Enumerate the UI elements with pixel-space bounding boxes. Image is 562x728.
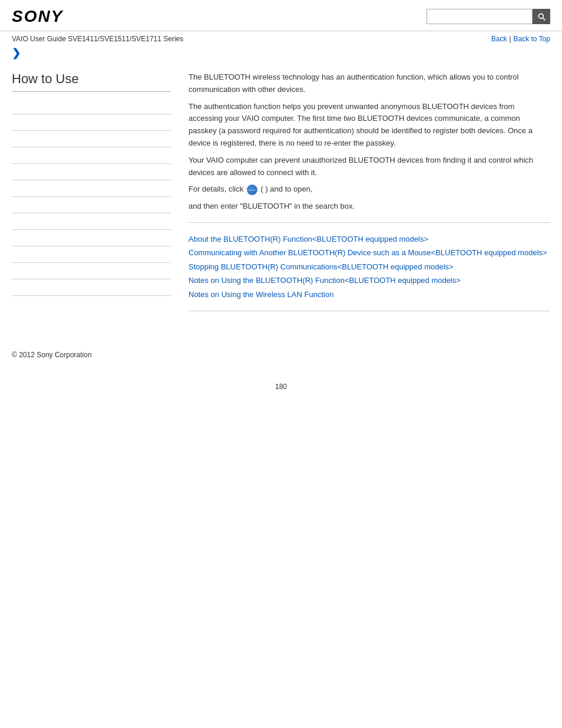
sidebar-item[interactable] [12, 279, 171, 296]
sidebar-item[interactable] [12, 114, 171, 131]
search-input[interactable] [427, 9, 533, 24]
sidebar-item[interactable] [12, 98, 171, 114]
nav-separator: | [509, 35, 511, 43]
sidebar-item[interactable] [12, 246, 171, 263]
back-link[interactable]: Back [491, 35, 507, 43]
paragraph-4-paren-close: ) and [263, 185, 285, 193]
sidebar-item[interactable] [12, 213, 171, 230]
sidebar-item[interactable] [12, 197, 171, 213]
copyright: © 2012 Sony Corporation [12, 351, 92, 359]
sidebar-item[interactable] [12, 164, 171, 180]
link-communicating-bluetooth[interactable]: Communicating with Another BLUETOOTH(R) … [189, 246, 550, 259]
back-to-top-link[interactable]: Back to Top [514, 35, 550, 43]
sidebar: How to Use [12, 71, 183, 321]
sidebar-item[interactable] [12, 131, 171, 147]
nav-right: Back | Back to Top [491, 35, 550, 43]
nav-bar: VAIO User Guide SVE1411/SVE1511/SVE1711 … [0, 31, 562, 47]
breadcrumb-area: ❯ [0, 47, 562, 65]
search-area [427, 9, 550, 24]
sidebar-item[interactable] [12, 147, 171, 164]
paragraph-4-end: , [310, 185, 313, 193]
sidebar-title: How to Use [12, 71, 171, 92]
paragraph-4: For details, click ( ) and to open, [189, 183, 550, 196]
content-divider-bottom [189, 311, 550, 311]
page-number: 180 [0, 371, 562, 403]
content-divider-top [189, 222, 550, 223]
paragraph-4-paren: ( [259, 185, 263, 193]
search-button[interactable] [533, 9, 550, 24]
link-notes-bluetooth[interactable]: Notes on Using the BLUETOOTH(R) Function… [189, 274, 550, 287]
header: SONY [0, 0, 562, 31]
sidebar-item[interactable] [12, 230, 171, 246]
sidebar-item[interactable] [12, 180, 171, 197]
paragraph-5: and then enter "BLUETOOTH" in the search… [189, 200, 550, 213]
paragraph-2: The authentication function helps you pr… [189, 101, 550, 150]
link-notes-wireless-lan[interactable]: Notes on Using the Wireless LAN Function [189, 288, 550, 301]
footer: © 2012 Sony Corporation [0, 332, 562, 371]
links-section: About the BLUETOOTH(R) Function<BLUETOOT… [189, 232, 550, 301]
paragraph-4-start: For details, click [189, 185, 246, 193]
paragraph-3: Your VAIO computer can prevent unauthori… [189, 154, 550, 179]
link-about-bluetooth[interactable]: About the BLUETOOTH(R) Function<BLUETOOT… [189, 232, 550, 246]
bluetooth-globe-icon [247, 185, 257, 195]
sony-logo: SONY [12, 7, 63, 26]
link-stopping-bluetooth[interactable]: Stopping BLUETOOTH(R) Communications<BLU… [189, 260, 550, 274]
guide-title: VAIO User Guide SVE1411/SVE1511/SVE1711 … [12, 35, 183, 43]
main-content: How to Use The BLUETOOTH wireless techno… [0, 65, 562, 332]
sidebar-item[interactable] [12, 263, 171, 279]
content-area: The BLUETOOTH wireless technology has an… [183, 71, 550, 321]
breadcrumb-chevron[interactable]: ❯ [12, 47, 21, 59]
search-icon [537, 12, 546, 21]
paragraph-1: The BLUETOOTH wireless technology has an… [189, 71, 550, 96]
paragraph-4-to-open: to open [285, 185, 310, 193]
